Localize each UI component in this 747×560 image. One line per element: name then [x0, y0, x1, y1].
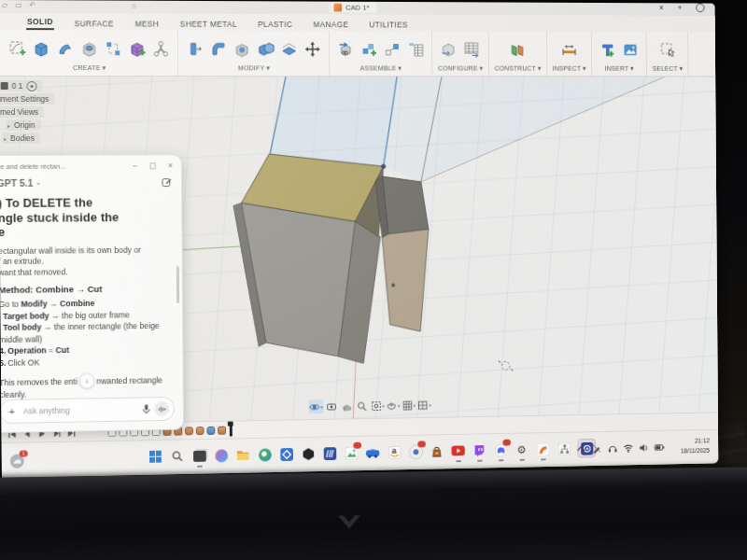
ribbon-group-label-insert[interactable]: INSERT ▾ [605, 64, 634, 73]
browser-item-named-views[interactable]: ▸Named Views [0, 106, 44, 118]
search-icon[interactable] [170, 448, 186, 464]
pattern-tool-icon[interactable] [102, 36, 124, 61]
tray-wifi-icon[interactable] [623, 442, 633, 454]
chat-titlebar[interactable]: e and delete rectan... – ◻ × [0, 155, 181, 174]
ribbon-group-label-inspect[interactable]: INSPECT ▾ [553, 64, 586, 73]
photos-icon[interactable] [278, 446, 294, 462]
tray-battery-icon[interactable] [655, 441, 665, 453]
home-icon[interactable]: ⌂ [132, 2, 136, 10]
select-tool-icon[interactable] [656, 38, 677, 62]
flow-app-icon[interactable] [557, 441, 571, 456]
display-settings-icon[interactable]: ▾ [387, 399, 401, 413]
ribbon-group-label-configure[interactable]: CONFIGURE ▾ [438, 64, 483, 73]
edge-icon[interactable] [257, 446, 273, 462]
attach-plus-icon[interactable]: + [8, 406, 15, 417]
insertT-tool-icon[interactable] [598, 38, 619, 62]
pan-icon[interactable] [340, 399, 354, 413]
browser-item-document-settings[interactable]: ▸Document Settings [0, 93, 54, 105]
red-badge-app-icon[interactable] [408, 443, 423, 459]
canvas-tool-icon[interactable] [620, 38, 641, 62]
tray-volume-icon[interactable] [639, 442, 649, 454]
sync-icon[interactable] [696, 4, 704, 13]
timeline-feature-combine-active[interactable] [206, 426, 215, 434]
twitch-icon[interactable] [472, 442, 486, 458]
fillet-tool-icon[interactable] [207, 37, 230, 62]
zoom-icon[interactable] [355, 399, 369, 413]
shell-tool-icon[interactable] [231, 37, 253, 62]
newcomp-tool-icon[interactable] [359, 37, 380, 62]
chatgpt-window[interactable]: e and delete rectan... – ◻ × GPT 5.1 ⌄ )… [0, 154, 184, 433]
ribbon-group-label-select[interactable]: SELECT ▾ [653, 64, 684, 73]
mic-icon[interactable] [142, 403, 151, 414]
tab-sheet-metal[interactable]: SHEET METAL [179, 18, 238, 31]
start-icon[interactable] [148, 449, 163, 465]
mesh-tool-icon[interactable] [126, 36, 148, 61]
amazon-icon[interactable]: a [387, 444, 402, 460]
taskbar-clock[interactable]: 21:12 18/11/2025 [681, 437, 710, 456]
timeline-feature-combine[interactable] [196, 427, 204, 435]
tab-mesh[interactable]: MESH [134, 18, 161, 31]
close-icon[interactable]: × [168, 161, 173, 170]
car-app-icon[interactable] [365, 444, 380, 460]
hole-tool-icon[interactable] [78, 36, 101, 61]
look-at-icon[interactable] [325, 399, 339, 413]
new-chat-icon[interactable] [161, 176, 172, 188]
voice-mode-icon[interactable] [155, 401, 170, 416]
viewports-icon[interactable]: ▾ [417, 398, 431, 412]
jointsq-tool-icon[interactable] [382, 37, 403, 62]
hexagon-app-icon[interactable] [301, 446, 317, 462]
scroll-to-bottom-button[interactable]: ↓ [79, 372, 95, 388]
grid-snaps-icon[interactable]: ▾ [402, 399, 416, 413]
dark-app-icon[interactable] [191, 448, 207, 464]
file-menu-icon[interactable]: ▱ [2, 1, 7, 9]
ribbon-group-label-assemble[interactable]: ASSEMBLE ▾ [360, 64, 402, 73]
onedrive-icon[interactable]: 1 [9, 453, 25, 469]
btable-tool-icon[interactable] [404, 37, 426, 61]
chat-input-bar[interactable]: + [0, 397, 175, 424]
gallery-app-icon[interactable] [344, 445, 359, 461]
orbit-icon[interactable]: ▾ [309, 399, 323, 413]
bag-app-icon[interactable] [430, 443, 444, 459]
explorer-icon[interactable] [235, 447, 251, 463]
browser-item-origin[interactable]: ▸Origin [6, 119, 41, 131]
fusion-icon[interactable] [535, 441, 550, 457]
joint-tool-icon[interactable] [150, 36, 173, 61]
tray-pen-icon[interactable] [591, 443, 601, 455]
discord-icon[interactable] [493, 442, 508, 458]
ribbon-group-label-construct[interactable]: CONSTRUCT ▾ [495, 64, 542, 73]
tab-utilities[interactable]: UTILITIES [368, 19, 408, 32]
measure-tool-icon[interactable] [558, 38, 580, 62]
press-tool-icon[interactable] [184, 37, 206, 62]
fit-icon[interactable]: ▾ [371, 399, 385, 413]
planes-tool-icon[interactable] [507, 38, 529, 62]
expand-triangle-icon[interactable]: ▸ [7, 121, 10, 128]
settings-icon[interactable]: ⚙ [514, 441, 529, 457]
sketch-tool-icon[interactable] [6, 36, 28, 61]
box-tool-icon[interactable] [30, 36, 52, 61]
undo-icon[interactable]: ↶ [30, 1, 36, 9]
tab-plastic[interactable]: PLASTIC [257, 18, 293, 31]
ctable-tool-icon[interactable] [461, 37, 483, 61]
move-tool-icon[interactable] [302, 37, 323, 62]
timeline-feature-extrude[interactable] [218, 426, 226, 434]
timeline-feature-combine[interactable] [185, 427, 193, 435]
tray-chevron-up-icon[interactable] [576, 443, 586, 455]
timeline-marker[interactable] [230, 424, 233, 436]
tab-surface[interactable]: SURFACE [74, 17, 115, 30]
code-app-icon[interactable] [322, 445, 337, 461]
tab-manage[interactable]: MANAGE [312, 18, 349, 31]
browser-item-bodies[interactable]: ▸Bodies [2, 133, 40, 144]
new-tab-icon[interactable]: + [678, 3, 683, 12]
model-selector[interactable]: GPT 5.1 ⌄ [0, 173, 181, 192]
visibility-eye-icon[interactable] [26, 81, 36, 91]
youtube-icon[interactable] [451, 442, 466, 458]
save-icon[interactable]: ▭ [15, 1, 22, 9]
chat-scrollbar[interactable] [176, 266, 179, 303]
sweep-tool-icon[interactable] [54, 36, 77, 61]
chat-input[interactable] [21, 403, 142, 416]
tab-solid[interactable]: SOLID [26, 15, 54, 30]
document-tab[interactable]: CAD 1* [330, 3, 377, 13]
ilink-tool-icon[interactable] [335, 37, 357, 62]
sketch-vertex-point[interactable] [381, 164, 386, 169]
ribbon-group-label-create[interactable]: CREATE ▾ [73, 63, 106, 72]
